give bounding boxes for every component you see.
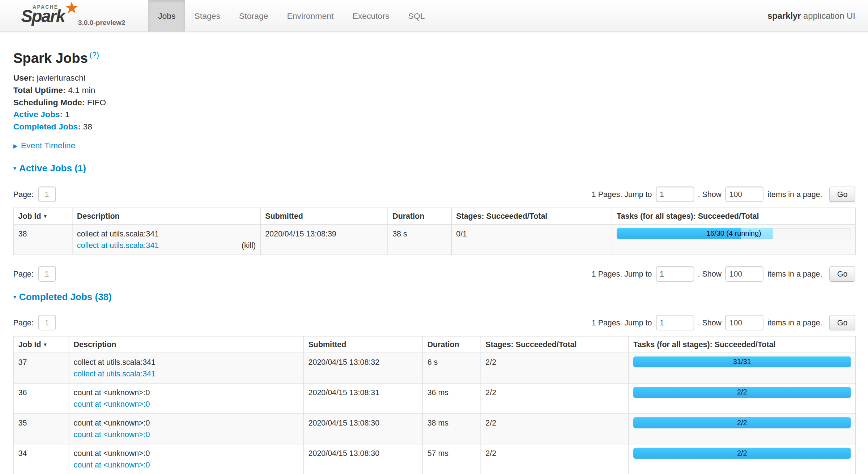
active-jobs-table: Job Id▾ Description Submitted Duration S… [13, 208, 856, 255]
column-header-job-id[interactable]: Job Id▾ [13, 208, 72, 225]
spark-logo[interactable]: APACHE Spark [21, 3, 74, 29]
column-header-job-id[interactable]: Job Id▾ [13, 336, 69, 353]
page-number-input[interactable] [38, 315, 56, 330]
tab-jobs[interactable]: Jobs [149, 0, 185, 31]
page-size-input[interactable] [726, 266, 764, 282]
column-header-description[interactable]: Description [69, 336, 304, 353]
page-number-input[interactable] [38, 187, 56, 202]
summary-uptime-label: Total Uptime: [13, 85, 66, 95]
completed-jobs-table: Job Id▾ Description Submitted Duration S… [13, 336, 856, 474]
app-title-suffix: application UI [803, 11, 855, 20]
kill-link[interactable]: (kill) [242, 240, 256, 251]
description-cell: collect at utils.scala:341 collect at ut… [69, 353, 304, 383]
column-header-duration[interactable]: Duration [388, 208, 451, 225]
collapse-arrow-icon: ▾ [13, 293, 16, 300]
column-header-tasks[interactable]: Tasks (for all stages): Succeeded/Total [612, 208, 855, 225]
summary-scheduling-mode: Scheduling Mode: FIFO [13, 96, 855, 108]
column-header-submitted[interactable]: Submitted [304, 336, 423, 353]
summary-scheduling-value: FIFO [87, 97, 106, 107]
main-content: Spark Jobs(?) User: javierluraschi Total… [0, 50, 868, 474]
go-button[interactable]: Go [829, 315, 855, 330]
description-cell: count at <unknown>:0 count at <unknown>:… [69, 383, 304, 414]
tab-sql[interactable]: SQL [399, 0, 434, 31]
page-number-input[interactable] [38, 266, 56, 282]
items-text: items in a page. [767, 190, 822, 198]
description-cell: collect at utils.scala:341 collect at ut… [72, 225, 260, 255]
show-text: . Show [698, 269, 722, 278]
jump-to-input[interactable] [656, 315, 694, 330]
description-text: count at <unknown>:0 [74, 448, 299, 459]
job-id-cell: 36 [13, 383, 69, 414]
summary-user-label: User: [13, 73, 35, 82]
job-row: 38 collect at utils.scala:341 collect at… [13, 225, 855, 255]
spark-star-icon [65, 1, 78, 14]
duration-cell: 38 s [388, 225, 451, 255]
column-header-stages[interactable]: Stages: Succeeded/Total [481, 336, 629, 353]
active-jobs-section-header[interactable]: ▾Active Jobs (1) [13, 163, 855, 175]
tasks-cell: 2/2 [629, 383, 856, 414]
summary-completed-jobs-value: 38 [83, 122, 92, 131]
stages-cell: 2/2 [481, 383, 629, 414]
column-header-stages[interactable]: Stages: Succeeded/Total [451, 208, 612, 225]
description-link[interactable]: collect at utils.scala:341 [77, 240, 159, 251]
event-timeline-toggle[interactable]: ▶Event Timeline [13, 141, 855, 150]
completed-jobs-section-title: Completed Jobs (38) [19, 292, 112, 302]
page-title: Spark Jobs(?) [13, 50, 855, 66]
duration-cell: 36 ms [423, 383, 481, 414]
show-text: . Show [698, 190, 722, 198]
tasks-progress-bar: 2/2 [633, 387, 851, 398]
spark-wordmark: Spark [21, 7, 64, 26]
go-button[interactable]: Go [829, 187, 855, 202]
page-size-input[interactable] [726, 315, 764, 330]
column-header-description[interactable]: Description [72, 208, 260, 225]
completed-jobs-section-header[interactable]: ▾Completed Jobs (38) [13, 292, 855, 303]
navbar: APACHE Spark 3.0.0-preview2 Jobs Stages … [0, 0, 868, 32]
description-text: count at <unknown>:0 [74, 387, 299, 398]
pages-text: 1 Pages. Jump to [592, 269, 652, 278]
tab-environment[interactable]: Environment [277, 0, 343, 31]
summary-uptime-value: 4.1 min [68, 85, 95, 95]
tab-executors[interactable]: Executors [343, 0, 399, 31]
completed-jobs-link[interactable]: Completed Jobs: [13, 122, 81, 131]
active-jobs-link[interactable]: Active Jobs: [13, 110, 63, 119]
stages-cell: 2/2 [481, 353, 629, 383]
stages-cell: 2/2 [481, 414, 629, 444]
summary-uptime: Total Uptime: 4.1 min [13, 84, 855, 97]
jump-to-input[interactable] [656, 266, 694, 282]
tab-stages[interactable]: Stages [185, 0, 230, 31]
description-link[interactable]: count at <unknown>:0 [74, 429, 150, 440]
progress-label: 31/31 [633, 356, 851, 368]
summary-user: User: javierluraschi [13, 72, 855, 84]
tab-storage[interactable]: Storage [230, 0, 277, 31]
page-size-input[interactable] [726, 187, 764, 202]
expand-arrow-icon: ▶ [13, 143, 18, 149]
submitted-cell: 2020/04/15 13:08:32 [304, 353, 423, 383]
job-row: 34 count at <unknown>:0 count at <unknow… [13, 444, 855, 474]
tasks-progress-bar: 16/30 (4 running) [617, 228, 851, 239]
description-link[interactable]: count at <unknown>:0 [74, 398, 150, 410]
progress-label: 2/2 [633, 417, 851, 428]
summary-active-jobs-value: 1 [65, 110, 70, 119]
column-header-submitted[interactable]: Submitted [260, 208, 388, 225]
sort-caret-icon: ▾ [44, 213, 47, 219]
page-label: Page: [13, 190, 34, 198]
description-text: collect at utils.scala:341 [77, 228, 256, 240]
description-link[interactable]: count at <unknown>:0 [74, 459, 150, 471]
description-link[interactable]: collect at utils.scala:341 [74, 368, 156, 380]
column-header-duration[interactable]: Duration [423, 336, 481, 353]
description-text: count at <unknown>:0 [74, 417, 299, 429]
spark-ui-root: APACHE Spark 3.0.0-preview2 Jobs Stages … [0, 0, 868, 474]
app-title: sparklyr application UI [767, 11, 855, 21]
jump-to-input[interactable] [656, 187, 694, 202]
pagination-row: Page: 1 Pages. Jump to . Show items in a… [13, 315, 855, 330]
items-text: items in a page. [767, 269, 822, 278]
duration-cell: 6 s [423, 353, 481, 383]
table-header-row: Job Id▾ Description Submitted Duration S… [13, 336, 855, 353]
column-header-tasks[interactable]: Tasks (for all stages): Succeeded/Total [629, 336, 856, 353]
go-button[interactable]: Go [829, 266, 855, 282]
help-link[interactable]: (?) [90, 50, 99, 59]
job-id-cell: 35 [13, 414, 69, 444]
tasks-progress-bar: 2/2 [633, 448, 851, 459]
show-text: . Show [698, 318, 722, 327]
page-label: Page: [13, 318, 34, 327]
